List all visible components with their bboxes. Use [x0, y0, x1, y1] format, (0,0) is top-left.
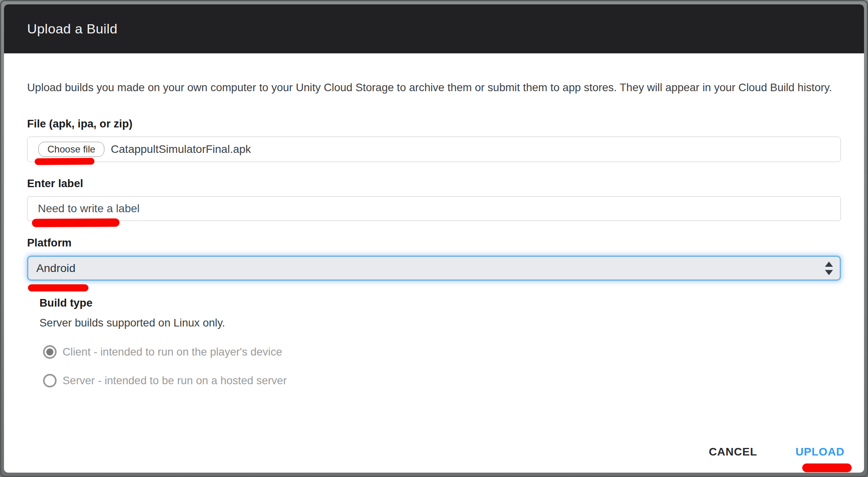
platform-selected-value: Android — [36, 262, 75, 275]
platform-field-label: Platform — [27, 237, 841, 248]
selected-file-name: CatappultSimulatorFinal.apk — [111, 143, 251, 156]
radio-server-label: Server - intended to be run on a hosted … — [63, 374, 287, 387]
select-arrows-icon — [825, 262, 833, 275]
radio-client-label: Client - intended to run on the player's… — [63, 346, 282, 358]
upload-build-dialog: Upload a Build Upload builds you made on… — [4, 4, 864, 473]
radio-unselected-icon[interactable] — [43, 374, 57, 387]
file-input[interactable]: Choose file CatappultSimulatorFinal.apk — [27, 137, 841, 162]
radio-selected-icon[interactable] — [43, 345, 57, 359]
upload-button[interactable]: UPLOAD — [794, 443, 846, 461]
label-input[interactable] — [27, 196, 841, 221]
dialog-description: Upload builds you made on your own compu… — [27, 81, 841, 94]
platform-select[interactable]: Android — [27, 256, 841, 281]
annotation-red-underline-upload-button — [802, 463, 852, 472]
choose-file-button[interactable]: Choose file — [38, 142, 104, 157]
file-field-label: File (apk, ipa, or zip) — [27, 118, 841, 129]
build-type-note: Server builds supported on Linux only. — [39, 317, 841, 328]
radio-option-client[interactable]: Client - intended to run on the player's… — [43, 345, 841, 359]
label-field-label: Enter label — [27, 178, 841, 189]
build-type-label: Build type — [39, 297, 841, 309]
dialog-title: Upload a Build — [27, 21, 118, 37]
dialog-header: Upload a Build — [4, 4, 864, 53]
dialog-actions: CANCEL UPLOAD — [707, 443, 846, 461]
annotation-red-underline-platform-select — [28, 284, 88, 291]
radio-option-server[interactable]: Server - intended to be run on a hosted … — [43, 374, 841, 387]
cancel-button[interactable]: CANCEL — [707, 443, 759, 461]
